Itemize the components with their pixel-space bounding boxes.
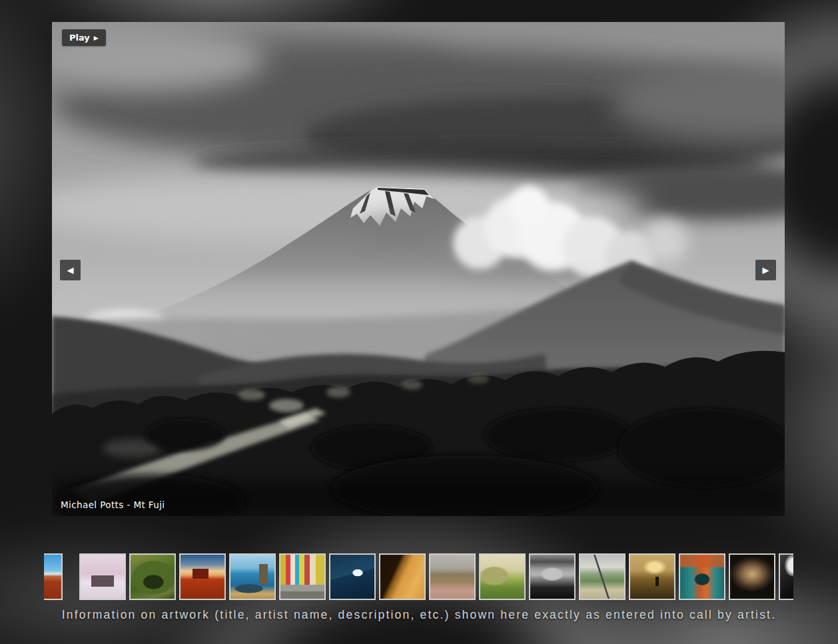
play-button[interactable]: Play ▶ xyxy=(62,29,106,46)
thumbnail-red-house-sunset-field[interactable] xyxy=(179,553,226,600)
next-arrow-icon: ▶ xyxy=(763,265,769,275)
thumbnail-sand-dune-abstract[interactable] xyxy=(379,553,426,600)
thumbnail-colorful-city-street[interactable] xyxy=(279,553,326,600)
thumbnail-black-white-abstract[interactable] xyxy=(779,553,793,600)
slideshow-stage: Play ▶ ◀ ▶ Michael Potts - Mt Fuji xyxy=(52,22,785,516)
artwork-caption: Michael Potts - Mt Fuji xyxy=(61,499,165,510)
thumbnail-mt-fuji-black-white[interactable] xyxy=(529,553,576,600)
thumbnail-sunset-field-walker[interactable] xyxy=(629,553,675,600)
thumbnail-blue-mountain-peak[interactable] xyxy=(329,553,376,600)
previous-slide-button[interactable]: ◀ xyxy=(60,260,81,280)
thumbnail-autumn-scrubland[interactable] xyxy=(429,553,476,600)
thumbnail-hazy-green-meadow[interactable] xyxy=(479,553,526,600)
play-icon: ▶ xyxy=(94,35,99,41)
thumbnail-dark-lake-vignette[interactable] xyxy=(729,553,775,600)
thumbnail-strip xyxy=(44,552,793,601)
thumbnail-beach-dune-grass[interactable] xyxy=(579,553,626,600)
artwork-info-text: Information on artwork (title, artist na… xyxy=(0,608,838,622)
next-slide-button[interactable]: ▶ xyxy=(755,260,776,280)
thumbnail-canal-bridge-reflection[interactable] xyxy=(679,553,725,600)
previous-arrow-icon: ◀ xyxy=(67,265,74,275)
play-button-label: Play xyxy=(69,33,90,43)
thumbnail-boat-on-blue-shore[interactable] xyxy=(229,553,276,600)
main-artwork-image xyxy=(52,22,785,516)
thumbnail-aerial-green-garden[interactable] xyxy=(129,553,176,600)
thumbnail-winter-barn-pink-snow[interactable] xyxy=(79,553,126,600)
thumbnail-red-field-blue-sky[interactable] xyxy=(44,553,63,600)
